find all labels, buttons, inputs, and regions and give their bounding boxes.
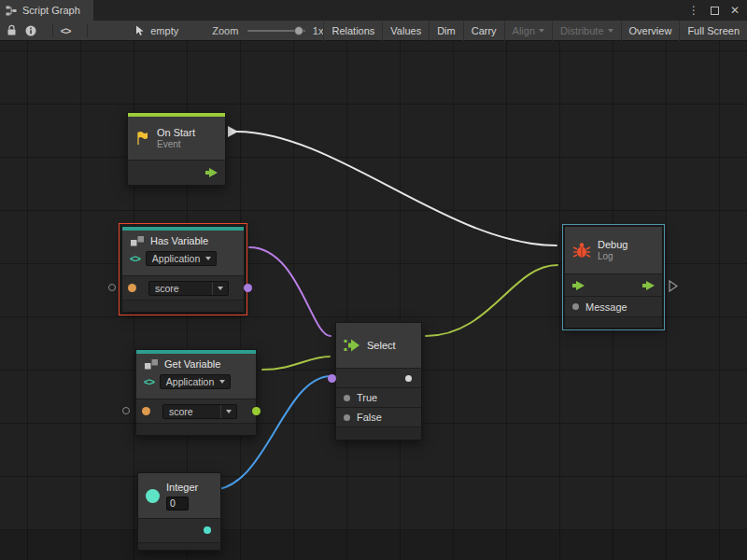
relations-button[interactable]: Relations	[323, 21, 382, 41]
target-input-port[interactable]	[108, 284, 116, 291]
pointer-icon	[135, 25, 146, 36]
dim-button[interactable]: Dim	[429, 21, 463, 41]
variables-icon	[130, 235, 145, 247]
port-row: score	[122, 275, 244, 300]
port-row	[565, 273, 662, 296]
zoom-slider-handle[interactable]	[294, 26, 303, 35]
port-row: Message	[565, 296, 662, 316]
scope-dropdown[interactable]: Application	[146, 251, 217, 266]
wire-getvariable-to-select[interactable]	[262, 357, 330, 370]
carry-button[interactable]: Carry	[463, 21, 504, 41]
node-debug-log[interactable]: Debug Log Message	[564, 226, 663, 329]
node-title: Integer	[166, 482, 198, 494]
node-title: Has Variable	[150, 235, 208, 247]
condition-input-port[interactable]	[328, 374, 336, 383]
chevron-down-icon	[218, 287, 223, 290]
result-output-port[interactable]	[244, 284, 252, 292]
port-label: True	[357, 392, 377, 403]
node-footer	[136, 423, 256, 435]
name-input-port[interactable]	[128, 284, 136, 292]
menu-icon[interactable]: ⋮	[688, 4, 699, 17]
bug-icon	[572, 242, 591, 259]
select-icon	[344, 339, 360, 352]
script-graph-icon	[6, 6, 17, 16]
lock-icon[interactable]	[7, 24, 17, 36]
zoom-slider[interactable]	[247, 30, 305, 32]
node-title: Select	[367, 340, 396, 352]
info-icon[interactable]	[25, 25, 36, 36]
port-row: score	[136, 399, 256, 423]
chevron-down-icon	[608, 29, 613, 33]
variable-name: score	[169, 406, 193, 417]
flow-input-port[interactable]	[572, 281, 585, 290]
node-header: Get Variable <> Application	[136, 354, 256, 399]
port-row	[138, 518, 220, 542]
port-label: Message	[585, 301, 627, 313]
variable-name: score	[155, 283, 179, 294]
full-screen-button[interactable]: Full Screen	[679, 21, 747, 41]
scope-value: Application	[152, 253, 200, 264]
wire-hasvariable-to-select[interactable]	[249, 247, 331, 336]
node-get-variable[interactable]: Get Variable <> Application score	[135, 349, 257, 436]
value-output-port[interactable]	[204, 526, 211, 534]
port-row: True	[336, 387, 421, 407]
port-row: False	[336, 407, 421, 427]
chevron-down-icon	[219, 380, 225, 384]
false-input-port[interactable]	[344, 414, 350, 421]
node-has-variable[interactable]: Has Variable <> Application score	[121, 226, 245, 313]
tab-bar: Script Graph ⋮ ✕	[0, 0, 747, 21]
node-header: Integer 0	[138, 473, 220, 518]
node-title: On Start	[157, 127, 195, 139]
node-title: Get Variable	[164, 358, 220, 371]
node-footer	[122, 300, 244, 312]
overview-button[interactable]: Overview	[621, 21, 680, 41]
wire-select-to-debuglog[interactable]	[426, 265, 557, 336]
node-header: Debug Log	[565, 227, 662, 273]
variable-dropdown[interactable]: score	[148, 281, 229, 296]
wire-onstart-to-debuglog[interactable]	[236, 132, 557, 245]
message-input-port[interactable]	[572, 303, 579, 310]
code-icon[interactable]: <>	[61, 25, 71, 36]
unity-graph-window: Script Graph ⋮ ✕ <>	[0, 0, 747, 560]
toolbar-separator	[52, 24, 53, 37]
selection-output-port[interactable]	[405, 375, 412, 382]
node-footer	[336, 427, 421, 440]
node-integer[interactable]: Integer 0	[137, 472, 221, 551]
node-select[interactable]: Select True False	[335, 322, 422, 441]
chevron-down-icon	[226, 410, 232, 413]
port-label: False	[357, 412, 382, 423]
graph-canvas[interactable]: On Start Event Has Variable	[0, 41, 747, 560]
toolbar-button-group: Relations Values Dim Carry Align Distrib…	[323, 21, 747, 41]
selection-label: empty	[150, 25, 178, 36]
distribute-button: Distribute	[552, 21, 620, 41]
values-button[interactable]: Values	[382, 21, 429, 41]
maximize-icon[interactable]	[711, 7, 719, 15]
scope-dropdown[interactable]: Application	[160, 374, 231, 389]
port-row	[336, 368, 421, 387]
toolbar-separator	[87, 24, 88, 37]
integer-value-field[interactable]: 0	[166, 497, 189, 511]
scope-value: Application	[166, 376, 214, 387]
flow-output-port[interactable]	[642, 281, 655, 290]
true-input-port[interactable]	[344, 395, 350, 401]
flow-output-port[interactable]	[205, 168, 218, 177]
graph-toolbar: <> empty Zoom 1x Relations Values Dim Ca…	[0, 21, 747, 41]
code-icon: <>	[144, 376, 154, 387]
align-button: Align	[504, 21, 552, 41]
value-output-port[interactable]	[252, 407, 261, 415]
target-input-port[interactable]	[122, 407, 130, 414]
chevron-down-icon	[205, 257, 211, 260]
close-icon[interactable]: ✕	[730, 4, 740, 17]
node-header: On Start Event	[128, 117, 225, 160]
node-on-start[interactable]: On Start Event	[127, 112, 226, 186]
chevron-down-icon	[539, 29, 544, 33]
integer-type-icon	[146, 489, 160, 503]
zoom-value: 1x	[313, 25, 324, 36]
variable-dropdown[interactable]: score	[162, 404, 237, 419]
window-controls: ⋮ ✕	[688, 0, 740, 21]
node-header: Has Variable <> Application	[122, 231, 244, 275]
tab-title: Script Graph	[22, 5, 80, 16]
name-input-port[interactable]	[142, 407, 150, 415]
node-footer	[565, 316, 662, 328]
tab-script-graph[interactable]: Script Graph	[0, 0, 93, 21]
